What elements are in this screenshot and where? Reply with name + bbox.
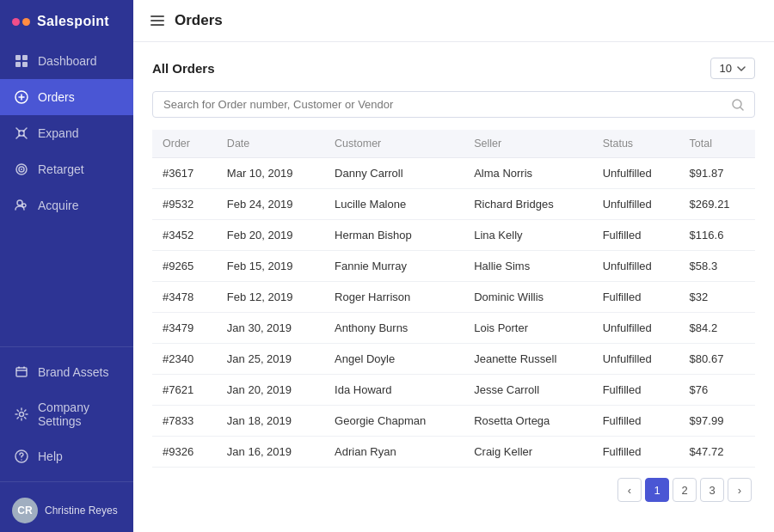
cell-seller: Jesse Carroll [464, 375, 593, 406]
cell-customer: Georgie Chapman [324, 406, 464, 437]
col-customer: Customer [324, 130, 464, 158]
cell-order: #2340 [152, 344, 217, 375]
pagination-page-1[interactable]: 1 [645, 478, 669, 502]
table-row[interactable]: #9265 Feb 15, 2019 Fannie Murray Hallie … [152, 251, 755, 282]
content-header: All Orders 10 [152, 58, 755, 79]
cell-date: Jan 18, 2019 [217, 406, 324, 437]
pagination-page-3[interactable]: 3 [700, 478, 724, 502]
cell-status: Fulfilled [593, 406, 679, 437]
cell-total: $116.6 [679, 220, 755, 251]
svg-rect-11 [16, 368, 27, 376]
top-bar: Orders [133, 0, 774, 42]
cell-seller: Jeanette Russell [464, 344, 593, 375]
cell-order: #7621 [152, 375, 217, 406]
table-row[interactable]: #3617 Mar 10, 2019 Danny Carroll Alma No… [152, 158, 755, 189]
sidebar-item-retarget[interactable]: Retarget [0, 151, 133, 187]
user-profile[interactable]: CR Christine Reyes [0, 489, 133, 532]
cell-order: #3452 [152, 220, 217, 251]
logo-dot-pink [12, 18, 20, 26]
col-total: Total [679, 130, 755, 158]
pagination-next[interactable]: › [728, 478, 752, 502]
svg-point-12 [20, 413, 24, 417]
table-row[interactable]: #3478 Feb 12, 2019 Roger Harrison Domini… [152, 282, 755, 313]
cell-order: #7833 [152, 406, 217, 437]
avatar: CR [12, 498, 38, 523]
brand-name: Salespoint [37, 14, 109, 29]
acquire-icon [14, 198, 29, 213]
cell-seller: Dominic Willis [464, 282, 593, 313]
sidebar-item-expand[interactable]: Expand [0, 115, 133, 151]
svg-point-9 [17, 200, 22, 205]
table-row[interactable]: #3452 Feb 20, 2019 Herman Bishop Lina Ke… [152, 220, 755, 251]
sidebar-item-company-settings[interactable]: Company Settings [0, 390, 133, 438]
cell-status: Unfulfilled [593, 189, 679, 220]
table-row[interactable]: #9326 Jan 16, 2019 Adrian Ryan Craig Kel… [152, 437, 755, 468]
cell-date: Feb 15, 2019 [217, 251, 324, 282]
cell-total: $84.2 [679, 313, 755, 344]
sidebar-item-help[interactable]: Help [0, 438, 133, 474]
cell-customer: Fannie Murray [324, 251, 464, 282]
per-page-dropdown[interactable]: 10 [710, 58, 755, 79]
cell-total: $76 [679, 375, 755, 406]
cell-seller: Hallie Sims [464, 251, 593, 282]
search-input[interactable] [163, 98, 725, 111]
logo-dots [12, 18, 30, 26]
sidebar-item-label: Company Settings [38, 401, 120, 428]
dashboard-icon [14, 53, 29, 69]
sidebar-item-acquire[interactable]: Acquire [0, 187, 133, 223]
cell-order: #9532 [152, 189, 217, 220]
table-row[interactable]: #3479 Jan 30, 2019 Anthony Burns Lois Po… [152, 313, 755, 344]
sidebar-item-label: Retarget [38, 162, 84, 176]
logo-area: Salespoint [0, 0, 133, 43]
orders-icon [14, 89, 29, 105]
sidebar-item-label: Brand Assets [38, 365, 109, 379]
pagination-page-2[interactable]: 2 [673, 478, 697, 502]
svg-rect-0 [15, 55, 21, 60]
table-row[interactable]: #7833 Jan 18, 2019 Georgie Chapman Roset… [152, 406, 755, 437]
cell-date: Feb 12, 2019 [217, 282, 324, 313]
cell-status: Fulfilled [593, 375, 679, 406]
cell-status: Fulfilled [593, 437, 679, 468]
cell-date: Jan 30, 2019 [217, 313, 324, 344]
cell-total: $32 [679, 282, 755, 313]
hamburger-icon[interactable] [150, 15, 164, 26]
cell-total: $47.72 [679, 437, 755, 468]
cell-date: Jan 25, 2019 [217, 344, 324, 375]
pagination-prev[interactable]: ‹ [617, 478, 642, 502]
cell-status: Unfulfilled [593, 251, 679, 282]
cell-order: #3479 [152, 313, 217, 344]
sidebar-item-dashboard[interactable]: Dashboard [0, 43, 133, 79]
cell-customer: Danny Carroll [324, 158, 464, 189]
expand-icon [14, 125, 29, 141]
search-icon [732, 99, 744, 111]
cell-seller: Richard Bridges [464, 189, 593, 220]
chevron-down-icon [737, 66, 746, 71]
sidebar-divider-2 [0, 481, 133, 482]
table-row[interactable]: #9532 Feb 24, 2019 Lucille Malone Richar… [152, 189, 755, 220]
per-page-value: 10 [720, 62, 732, 75]
sidebar-item-label: Expand [38, 126, 78, 140]
sidebar: Salespoint Dashboard Order [0, 0, 133, 532]
cell-status: Fulfilled [593, 282, 679, 313]
cell-date: Feb 24, 2019 [217, 189, 324, 220]
sidebar-item-orders[interactable]: Orders [0, 79, 133, 115]
svg-point-8 [21, 168, 22, 170]
cell-order: #3478 [152, 282, 217, 313]
logo-dot-orange [22, 18, 30, 26]
cell-total: $91.87 [679, 158, 755, 189]
section-title: All Orders [152, 61, 215, 76]
cell-date: Jan 16, 2019 [217, 437, 324, 468]
table-row[interactable]: #2340 Jan 25, 2019 Angel Doyle Jeanette … [152, 344, 755, 375]
svg-rect-1 [22, 55, 28, 60]
sidebar-item-brand-assets[interactable]: Brand Assets [0, 354, 133, 390]
table-header: Order Date Customer Seller Status Total [152, 130, 755, 158]
cell-total: $97.99 [679, 406, 755, 437]
search-bar [152, 91, 755, 118]
svg-rect-3 [22, 62, 28, 67]
help-icon [14, 449, 29, 464]
cell-customer: Anthony Burns [324, 313, 464, 344]
cell-order: #3617 [152, 158, 217, 189]
cell-customer: Roger Harrison [324, 282, 464, 313]
cell-customer: Adrian Ryan [324, 437, 464, 468]
table-row[interactable]: #7621 Jan 20, 2019 Ida Howard Jesse Carr… [152, 375, 755, 406]
